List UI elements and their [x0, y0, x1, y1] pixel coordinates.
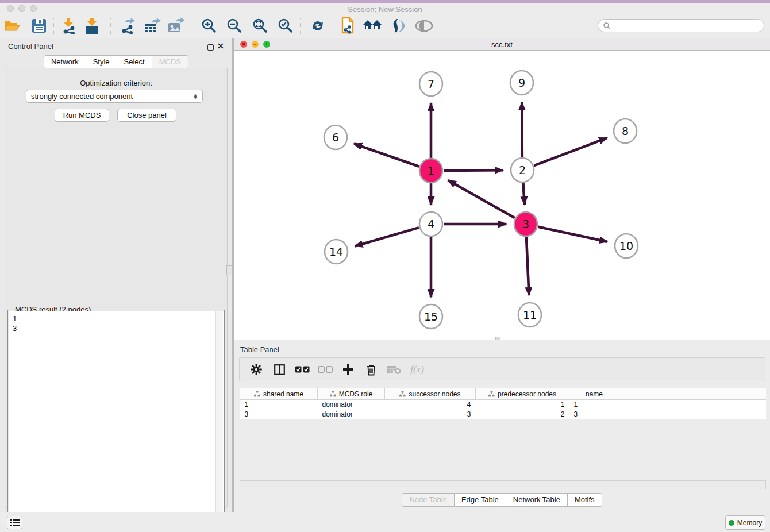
- col-shared-name[interactable]: shared name: [240, 388, 318, 400]
- network-window-title: scc.txt: [234, 40, 770, 49]
- graph-node-label-15: 15: [424, 310, 438, 323]
- status-bar: Memory: [0, 512, 770, 532]
- toolbar-separator: [300, 18, 301, 34]
- toolbar-separator: [332, 18, 332, 34]
- table-row[interactable]: 1 dominator 4 1 1: [240, 400, 767, 410]
- toolbar-separator: [53, 18, 54, 34]
- col-mcds-role[interactable]: MCDS role: [318, 388, 385, 400]
- graph-node-label-7: 7: [428, 78, 434, 90]
- close-panel-button[interactable]: Close panel: [117, 109, 176, 122]
- tab-style[interactable]: Style: [86, 55, 117, 69]
- table-toolbar: f(x): [239, 357, 765, 381]
- hide-selected-icon[interactable]: [414, 17, 434, 35]
- tab-edge-table[interactable]: Edge Table: [455, 493, 506, 507]
- table-row[interactable]: 3 dominator 3 2 3: [240, 410, 767, 419]
- main-toolbar: [0, 14, 770, 37]
- show-column-icon[interactable]: [272, 364, 287, 375]
- col-empty: [619, 388, 767, 400]
- search-field[interactable]: [598, 19, 764, 32]
- control-panel-title: Control Panel: [8, 42, 53, 51]
- deselect-all-icon[interactable]: [318, 366, 333, 373]
- network-from-file-icon[interactable]: [338, 17, 357, 35]
- col-successor-nodes[interactable]: successor nodes: [385, 388, 476, 400]
- graph-node-label-6: 6: [332, 131, 339, 144]
- graph-node-label-2: 2: [519, 164, 526, 176]
- control-panel-tabs: Network Style Select MCDS: [0, 55, 232, 69]
- apply-style-icon[interactable]: [388, 17, 408, 35]
- hierarchy-icon: [488, 391, 495, 397]
- criterion-value: strongly connected component: [31, 92, 133, 101]
- table-panel: Table Panel ✕ f(x) shared name: [234, 340, 770, 512]
- graph-edge-3-1[interactable]: [448, 180, 515, 218]
- graph-edge-1-6[interactable]: [354, 144, 419, 167]
- network-view-window: ✕ − + scc.txt 7968124314101511: [234, 38, 770, 340]
- memory-button[interactable]: Memory: [725, 515, 765, 530]
- zoom-selected-icon[interactable]: [275, 17, 295, 35]
- memory-status-dot: [729, 520, 734, 526]
- graph-node-label-11: 11: [523, 309, 537, 321]
- refresh-icon[interactable]: [308, 17, 328, 35]
- graph-node-label-8: 8: [622, 125, 629, 137]
- vertical-splitter-handle[interactable]: [226, 265, 232, 275]
- table-bottom-tabs: Node Table Edge Table Network Table Moti…: [234, 493, 770, 507]
- list-icon: [10, 519, 20, 526]
- network-canvas[interactable]: 7968124314101511: [234, 51, 770, 340]
- node-table: shared name MCDS role successor nodes pr…: [240, 388, 766, 419]
- float-panel-icon[interactable]: [207, 43, 214, 53]
- window-title: Session: New Session: [0, 5, 770, 14]
- save-icon[interactable]: [29, 17, 49, 35]
- toolbar-separator: [192, 18, 192, 34]
- hierarchy-icon: [330, 391, 336, 397]
- close-panel-icon[interactable]: ✕: [217, 43, 224, 49]
- graph-node-label-10: 10: [619, 240, 633, 252]
- import-network-icon[interactable]: [59, 17, 79, 35]
- home-icon[interactable]: [363, 17, 382, 35]
- graph-edge-1-2[interactable]: [444, 170, 503, 171]
- hierarchy-icon: [399, 391, 406, 397]
- settings-icon[interactable]: [249, 364, 264, 375]
- graph-node-label-3: 3: [522, 218, 529, 230]
- zoom-fit-icon[interactable]: [250, 17, 270, 35]
- col-predecessor-nodes[interactable]: predecessor nodes: [476, 388, 569, 400]
- memory-label: Memory: [737, 519, 762, 527]
- tab-network-table[interactable]: Network Table: [506, 493, 568, 507]
- export-image-icon[interactable]: [166, 17, 186, 35]
- graph-node-label-9: 9: [518, 76, 525, 89]
- graph-edge-2-8[interactable]: [534, 138, 607, 165]
- run-mcds-button[interactable]: Run MCDS: [55, 109, 109, 122]
- search-icon: [603, 22, 611, 30]
- control-panel: Control Panel ✕ Network Style Select MCD…: [0, 38, 232, 512]
- hierarchy-icon: [254, 391, 260, 397]
- add-icon[interactable]: [341, 364, 356, 375]
- import-table-icon[interactable]: [82, 17, 102, 35]
- task-history-button[interactable]: [7, 516, 22, 529]
- graph-edge-2-9[interactable]: [522, 102, 522, 157]
- delete-icon[interactable]: [364, 364, 379, 376]
- graph-edge-2-3[interactable]: [523, 183, 524, 205]
- zoom-in-icon[interactable]: [199, 17, 218, 35]
- export-network-icon[interactable]: [118, 17, 137, 35]
- tab-node-table[interactable]: Node Table: [402, 493, 455, 507]
- delete-table-icon[interactable]: [387, 365, 402, 374]
- tab-network[interactable]: Network: [44, 55, 86, 69]
- graph-edge-3-10[interactable]: [538, 227, 607, 242]
- tab-mcds[interactable]: MCDS: [152, 55, 188, 69]
- tab-motifs[interactable]: Motifs: [568, 493, 602, 507]
- col-name[interactable]: name: [569, 388, 619, 400]
- network-window-titlebar[interactable]: ✕ − + scc.txt: [234, 38, 770, 51]
- open-folder-icon[interactable]: [2, 17, 22, 35]
- tab-select[interactable]: Select: [117, 55, 152, 69]
- mcds-result-scrollbar[interactable]: [215, 311, 223, 529]
- select-all-icon[interactable]: [295, 366, 310, 373]
- graph-edge-3-11[interactable]: [526, 237, 529, 295]
- mcds-result-text[interactable]: 1 3: [9, 311, 224, 529]
- zoom-out-icon[interactable]: [224, 17, 244, 35]
- table-header-row: shared name MCDS role successor nodes pr…: [240, 388, 767, 400]
- table-horizontal-scrollbar[interactable]: [240, 480, 766, 489]
- function-builder-icon[interactable]: f(x): [410, 364, 425, 375]
- graph-edge-4-14[interactable]: [355, 228, 419, 246]
- graph-node-label-1: 1: [428, 164, 434, 177]
- search-input[interactable]: [611, 20, 764, 32]
- criterion-dropdown[interactable]: strongly connected component ▲▼: [26, 90, 203, 103]
- export-table-icon[interactable]: [143, 17, 162, 35]
